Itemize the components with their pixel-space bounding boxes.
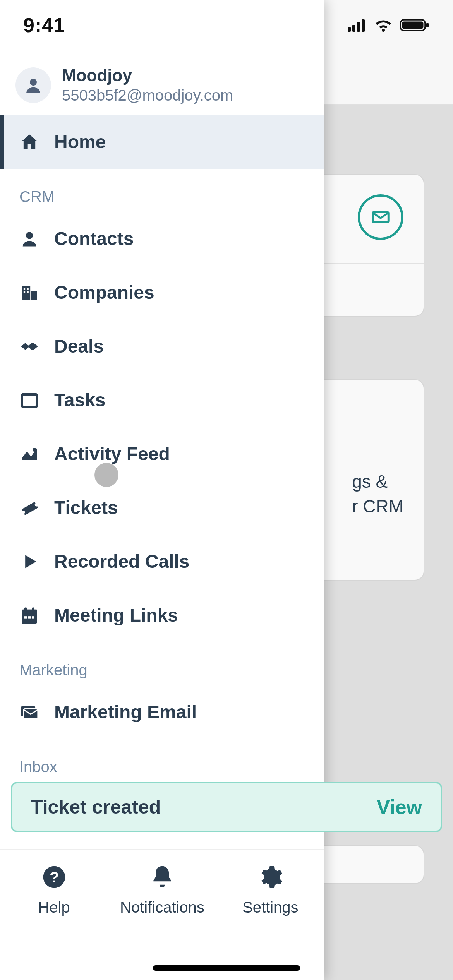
- svg-rect-27: [362, 19, 365, 32]
- nav-label-contacts: Contacts: [54, 228, 134, 249]
- section-header-crm: CRM: [0, 169, 324, 212]
- svg-rect-29: [402, 22, 424, 29]
- nav-label-deals: Deals: [54, 336, 104, 357]
- tickets-icon: [19, 498, 39, 518]
- nav-label-companies: Companies: [54, 282, 154, 303]
- help-icon: ?: [41, 864, 67, 892]
- svg-rect-17: [32, 616, 35, 619]
- toast-message: Ticket created: [31, 796, 161, 818]
- sidebar-item-meeting-links[interactable]: Meeting Links: [0, 588, 324, 642]
- sidebar-item-marketing-email[interactable]: Marketing Email: [0, 685, 324, 739]
- svg-rect-14: [32, 607, 35, 612]
- mail-circle-icon: [358, 194, 403, 240]
- nav-label-tickets: Tickets: [54, 497, 118, 518]
- section-header-marketing: Marketing: [0, 642, 324, 685]
- svg-rect-7: [24, 291, 25, 293]
- toast-ticket-created: Ticket created View: [11, 782, 442, 832]
- svg-point-10: [33, 448, 36, 452]
- bg-text-line1: gs &: [352, 469, 403, 494]
- sidebar-item-recorded-calls[interactable]: Recorded Calls: [0, 535, 324, 588]
- home-icon: [19, 132, 39, 152]
- bg-text-line2: r CRM: [352, 494, 403, 519]
- profile-name: Moodjoy: [62, 66, 233, 85]
- sidebar-item-tickets[interactable]: Tickets: [0, 481, 324, 535]
- contact-icon: [19, 229, 39, 249]
- bell-icon: [149, 864, 175, 892]
- svg-rect-5: [24, 288, 25, 290]
- svg-rect-26: [357, 22, 360, 32]
- bottom-label-notifications: Notifications: [120, 899, 204, 916]
- svg-rect-24: [348, 27, 351, 32]
- svg-rect-6: [27, 288, 29, 290]
- sidebar-item-activity-feed[interactable]: Activity Feed: [0, 427, 324, 481]
- marketing-email-icon: [19, 702, 39, 722]
- companies-icon: [19, 283, 39, 303]
- svg-rect-8: [27, 291, 29, 293]
- sidebar-item-tasks[interactable]: Tasks: [0, 373, 324, 427]
- status-time: 9:41: [23, 14, 65, 37]
- battery-icon: [400, 18, 430, 32]
- svg-rect-15: [24, 616, 27, 619]
- svg-rect-30: [426, 23, 429, 27]
- bottom-item-settings[interactable]: Settings: [220, 864, 321, 916]
- svg-rect-12: [22, 609, 37, 613]
- svg-point-1: [30, 79, 37, 86]
- svg-rect-4: [31, 291, 37, 300]
- avatar: [15, 67, 51, 103]
- bottom-label-help: Help: [38, 899, 70, 916]
- nav-label-marketing-email: Marketing Email: [54, 701, 197, 723]
- wifi-icon: [374, 19, 393, 32]
- svg-rect-13: [24, 607, 27, 612]
- svg-rect-16: [28, 616, 31, 619]
- section-header-inbox: Inbox: [0, 739, 324, 782]
- touch-indicator: [94, 463, 118, 487]
- status-bar: 9:41: [0, 0, 453, 50]
- bottom-item-notifications[interactable]: Notifications: [112, 864, 213, 916]
- toast-view-button[interactable]: View: [376, 795, 422, 819]
- nav-label-tasks: Tasks: [54, 389, 106, 411]
- sidebar-item-contacts[interactable]: Contacts: [0, 212, 324, 266]
- nav-label-activity: Activity Feed: [54, 443, 170, 464]
- gear-icon: [257, 864, 283, 892]
- sidebar-item-companies[interactable]: Companies: [0, 266, 324, 319]
- sidebar-scroll[interactable]: Moodjoy 5503b5f2@moodjoy.com Home CRM Co…: [0, 0, 324, 980]
- svg-rect-3: [22, 286, 31, 300]
- bottom-item-help[interactable]: ? Help: [4, 864, 105, 916]
- screen: gs & r CRM Moodjoy 5503b5f2@moodjoy.com: [0, 0, 453, 980]
- nav-label-recorded-calls: Recorded Calls: [54, 551, 189, 572]
- activity-icon: [19, 444, 39, 464]
- home-indicator: [153, 965, 300, 971]
- svg-rect-25: [352, 25, 355, 32]
- svg-point-2: [26, 232, 33, 239]
- bottom-label-settings: Settings: [242, 899, 299, 916]
- play-icon: [19, 552, 39, 572]
- cellular-icon: [348, 19, 367, 32]
- svg-text:?: ?: [50, 869, 59, 886]
- svg-rect-9: [22, 394, 37, 407]
- sidebar-bottom-bar: ? Help Notifications Settings: [0, 849, 324, 980]
- calendar-icon: [19, 605, 39, 625]
- sidebar-item-home[interactable]: Home: [0, 115, 324, 169]
- nav-label-meeting-links: Meeting Links: [54, 605, 178, 626]
- sidebar-drawer: Moodjoy 5503b5f2@moodjoy.com Home CRM Co…: [0, 0, 324, 980]
- nav-label-home: Home: [54, 131, 106, 152]
- deals-icon: [19, 336, 39, 356]
- tasks-icon: [19, 390, 39, 410]
- profile-email: 5503b5f2@moodjoy.com: [62, 87, 233, 104]
- sidebar-item-deals[interactable]: Deals: [0, 319, 324, 373]
